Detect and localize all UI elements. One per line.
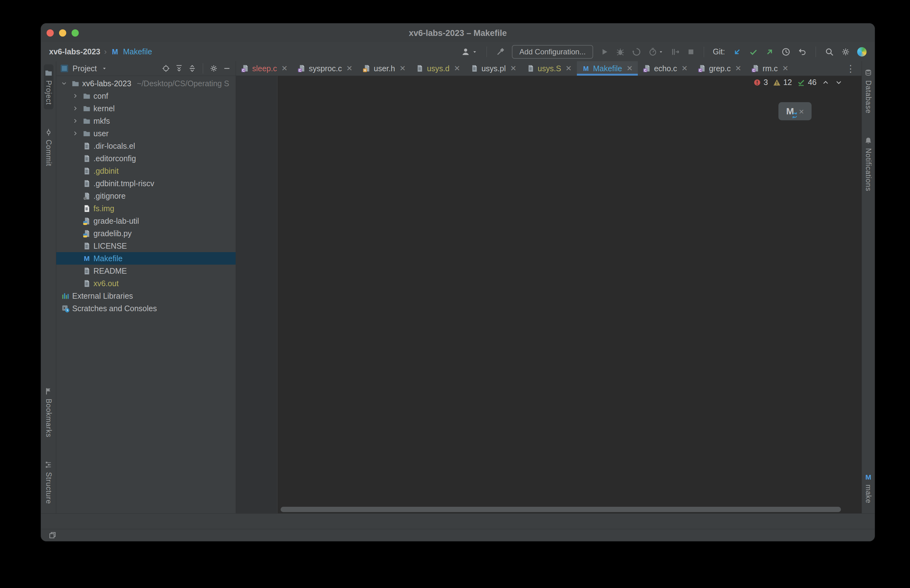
close-tab-icon[interactable]: ✕ — [735, 64, 741, 73]
breadcrumb-project[interactable]: xv6-labs-2023 — [49, 47, 100, 56]
editor-tab-sleep-c[interactable]: Csleep.c✕ — [236, 61, 293, 76]
panel-header-divider — [203, 63, 203, 74]
debug-button[interactable] — [616, 47, 625, 57]
settings-button[interactable] — [841, 47, 850, 57]
editor-tab-usys-s[interactable]: usys.S✕ — [522, 61, 577, 76]
tree-item-label: .gdbinit — [94, 166, 119, 176]
locate-file-button[interactable] — [162, 64, 170, 73]
collapse-all-button[interactable] — [188, 64, 197, 73]
inspections-widget[interactable]: 3 12 46 — [753, 78, 843, 87]
tree-item-conf[interactable]: conf — [56, 90, 236, 102]
editor-tab-usys-d[interactable]: usys.d✕ — [411, 61, 465, 76]
warning-count[interactable]: 12 — [773, 78, 792, 87]
profile-avatar-icon[interactable] — [857, 47, 866, 57]
user-menu-button[interactable] — [461, 47, 478, 57]
stop-button[interactable] — [687, 48, 695, 56]
tree-item-user[interactable]: user — [56, 127, 236, 140]
close-tab-icon[interactable]: ✕ — [281, 64, 288, 73]
more-tabs-button[interactable]: ⋮ — [840, 61, 862, 76]
chevron-closed-icon[interactable] — [71, 118, 80, 124]
git-push-button[interactable] — [765, 47, 774, 57]
search-everywhere-button[interactable] — [825, 47, 834, 57]
python-icon — [82, 229, 91, 238]
editor-tab-makefile[interactable]: MMakefile✕ — [577, 61, 638, 76]
chevron-closed-icon[interactable] — [71, 130, 80, 137]
run-button[interactable] — [600, 47, 609, 56]
tree-item-license[interactable]: LICENSE — [56, 240, 236, 252]
tree-item--gdbinit[interactable]: .gdbinit — [56, 165, 236, 177]
error-count[interactable]: 3 — [753, 78, 768, 87]
tool-stripe-bookmarks[interactable]: Bookmarks — [44, 383, 53, 442]
chevron-down-icon[interactable] — [101, 65, 108, 71]
attach-process-button[interactable] — [671, 47, 680, 57]
tab-label: echo.c — [654, 64, 677, 73]
tree-item-xv6-labs-2023[interactable]: xv6-labs-2023~/Desktop/CS/Operating S — [56, 77, 236, 90]
editor[interactable]: 3 12 46 M — [236, 76, 862, 513]
tool-stripe-project[interactable]: Project — [44, 65, 53, 109]
close-tab-icon[interactable]: ✕ — [627, 64, 633, 73]
file-icon — [527, 65, 535, 73]
chevron-closed-icon[interactable] — [71, 105, 80, 112]
close-tab-icon[interactable]: ✕ — [399, 64, 406, 73]
next-problem-button[interactable] — [835, 78, 843, 87]
tool-stripe-commit[interactable]: Commit — [44, 124, 53, 171]
close-tab-icon[interactable]: ✕ — [682, 64, 688, 73]
horizontal-scrollbar[interactable] — [281, 507, 841, 512]
makefile-reload-popup[interactable]: M ✕ — [778, 102, 811, 120]
tree-item--gdbinit-tmpl-riscv[interactable]: .gdbinit.tmpl-riscv — [56, 177, 236, 190]
tool-stripe-make[interactable]: Mmake — [863, 468, 873, 508]
svg-text:C: C — [753, 68, 755, 72]
cfile-icon: C — [751, 65, 760, 73]
build-project-button[interactable] — [496, 47, 505, 57]
project-panel-title[interactable]: Project — [73, 64, 97, 73]
editor-tab-echo-c[interactable]: Cecho.c✕ — [638, 61, 693, 76]
close-tab-icon[interactable]: ✕ — [782, 64, 789, 73]
git-commit-button[interactable] — [749, 47, 758, 57]
tree-item-gradelib-py[interactable]: gradelib.py — [56, 227, 236, 240]
editor-tab-sysproc-c[interactable]: Csysproc.c✕ — [293, 61, 357, 76]
expand-all-button[interactable] — [175, 64, 183, 73]
tab-label: Makefile — [593, 64, 622, 73]
chevron-closed-icon[interactable] — [71, 92, 80, 99]
tree-item-kernel[interactable]: kernel — [56, 102, 236, 115]
editor-tab-rm-c[interactable]: Crm.c✕ — [746, 61, 794, 76]
editor-tab-grep-c[interactable]: Cgrep.c✕ — [693, 61, 747, 76]
close-icon[interactable]: ✕ — [799, 107, 804, 116]
add-configuration-button[interactable]: Add Configuration... — [512, 45, 593, 59]
history-button[interactable] — [781, 47, 790, 57]
tree-item--gitignore[interactable]: .gitignore — [56, 190, 236, 202]
editor-tab-user-h[interactable]: Huser.h✕ — [357, 61, 411, 76]
profiler-button[interactable] — [648, 47, 664, 57]
panel-settings-button[interactable] — [209, 64, 218, 73]
git-update-button[interactable] — [732, 47, 742, 57]
tree-item-mkfs[interactable]: mkfs — [56, 115, 236, 127]
run-with-coverage-button[interactable] — [632, 47, 641, 57]
editor-tab-usys-pl[interactable]: usys.pl✕ — [466, 61, 522, 76]
passed-count[interactable]: 46 — [797, 78, 816, 87]
close-tab-icon[interactable]: ✕ — [510, 64, 516, 73]
chevron-open-icon[interactable] — [59, 80, 69, 87]
tree-item-external-libraries[interactable]: External Libraries — [56, 290, 236, 302]
tree-item-xv6-out[interactable]: xv6.out — [56, 277, 236, 290]
tool-stripe-structure[interactable]: Structure — [44, 456, 53, 508]
tree-item--dir-locals-el[interactable]: .dir-locals.el — [56, 140, 236, 152]
breadcrumb-file[interactable]: Makefile — [123, 47, 152, 56]
tree-item-makefile[interactable]: MMakefile — [56, 252, 236, 265]
close-tab-icon[interactable]: ✕ — [566, 64, 572, 73]
close-tab-icon[interactable]: ✕ — [454, 64, 460, 73]
file-icon — [82, 267, 91, 275]
previous-problem-button[interactable] — [821, 78, 830, 87]
tool-stripe-database[interactable]: Database — [863, 65, 873, 118]
layout-icon[interactable] — [48, 531, 57, 539]
tree-item-scratches-and-consoles[interactable]: Scratches and Consoles — [56, 302, 236, 315]
hide-panel-button[interactable] — [223, 64, 231, 73]
chevron-icon — [72, 92, 79, 99]
rollback-button[interactable] — [797, 47, 807, 57]
tree-item-readme[interactable]: README — [56, 265, 236, 277]
tree-item-fs-img[interactable]: fs.img — [56, 202, 236, 215]
tree-item--editorconfig[interactable]: .editorconfig — [56, 152, 236, 165]
tool-stripe-notifications[interactable]: Notifications — [863, 132, 873, 195]
error-stripe[interactable] — [849, 76, 862, 513]
close-tab-icon[interactable]: ✕ — [346, 64, 352, 73]
tree-item-grade-lab-util[interactable]: grade-lab-util — [56, 215, 236, 227]
